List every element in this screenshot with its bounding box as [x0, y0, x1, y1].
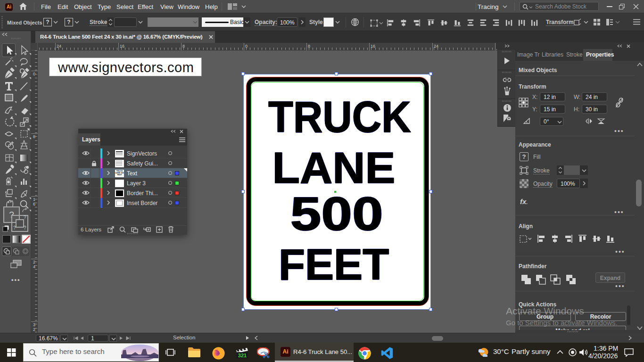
svg-text:321: 321	[238, 353, 247, 358]
